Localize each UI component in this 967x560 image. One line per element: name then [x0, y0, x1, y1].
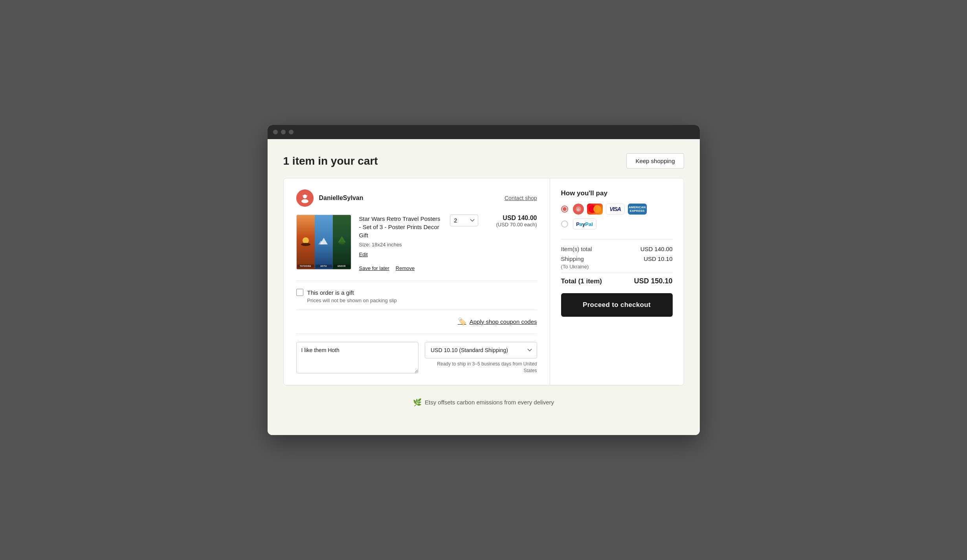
paypal-pal-letters: Pal — [585, 221, 593, 227]
coupon-link[interactable]: 🏷️ Apply shop coupon codes — [458, 317, 537, 326]
gift-label: This order is a gift — [307, 289, 354, 296]
paypal-p-letter: P — [576, 221, 580, 227]
poster-tatooine-label: TATOOINE — [297, 264, 314, 268]
gift-checkbox[interactable] — [296, 289, 303, 296]
shipping-dropdown[interactable]: USD 10.10 (Standard Shipping) — [425, 342, 537, 358]
shop-info: DanielleSylvan — [296, 189, 363, 207]
card-icons: D VISA AMERICANEXPRESS — [573, 204, 647, 215]
product-name: Star Wars Retro Travel Posters - Set of … — [359, 215, 442, 239]
svg-point-5 — [301, 243, 310, 246]
visa-icon: VISA — [606, 204, 625, 215]
close-dot — [273, 130, 278, 134]
poster-hoth-label: HOTH — [316, 264, 332, 268]
footer-text: Etsy offsets carbon emissions from every… — [425, 399, 554, 406]
avatar-icon — [299, 193, 310, 204]
app-window: 1 item in your cart Keep shopping — [268, 125, 700, 435]
discover-logo: D — [575, 206, 582, 212]
poster-hoth: HOTH — [315, 215, 333, 269]
order-summary: Item(s) total USD 140.00 Shipping USD 10… — [561, 239, 673, 285]
radio-cards[interactable] — [561, 206, 568, 213]
gift-section: This order is a gift Prices will not be … — [296, 281, 537, 310]
bottom-section: I like them Hoth USD 10.10 (Standard Shi… — [296, 334, 537, 374]
svg-point-2 — [302, 195, 304, 196]
product-image: TATOOINE HOTH — [296, 215, 351, 270]
cart-container: DanielleSylvan Contact shop — [283, 178, 684, 386]
cart-left-panel: DanielleSylvan Contact shop — [284, 178, 550, 385]
shipping-select-wrapper: USD 10.10 (Standard Shipping) Ready to s… — [425, 342, 537, 374]
endor-tree-icon — [336, 235, 348, 246]
paypal-icon: PayPal — [573, 218, 596, 230]
payment-row-cards: D VISA AMERICANEXPRESS — [561, 204, 673, 215]
gift-sublabel: Prices will not be shown on packing slip — [307, 297, 537, 303]
remove-link[interactable]: Remove — [396, 265, 415, 271]
shipping-note: Ready to ship in 3–5 business days from … — [425, 361, 537, 374]
product-size: Size: 18x24 inches — [359, 242, 442, 248]
how-pay-title: How you'll pay — [561, 189, 673, 197]
svg-point-1 — [301, 199, 308, 203]
hoth-mountain-icon — [318, 235, 330, 246]
tatooine-sun-icon — [300, 235, 312, 246]
total-value: USD 150.10 — [634, 277, 672, 285]
shipping-row: Shipping USD 10.10 — [561, 255, 673, 262]
minimize-dot — [281, 130, 286, 134]
payment-methods: D VISA AMERICANEXPRESS PayPal — [561, 204, 673, 230]
svg-text:D: D — [577, 208, 580, 211]
items-total-row: Item(s) total USD 140.00 — [561, 246, 673, 252]
page-title: 1 item in your cart — [283, 155, 378, 167]
titlebar — [268, 125, 700, 139]
mastercard-icon — [587, 204, 603, 215]
keep-shopping-button[interactable]: Keep shopping — [626, 153, 684, 169]
contact-shop-link[interactable]: Contact shop — [505, 195, 537, 201]
total-row: Total (1 item) USD 150.10 — [561, 273, 673, 285]
cart-right-panel: How you'll pay D — [550, 178, 684, 385]
items-total-value: USD 140.00 — [640, 246, 673, 252]
shop-name: DanielleSylvan — [319, 195, 363, 202]
svg-point-3 — [306, 195, 308, 196]
product-edit-link[interactable]: Edit — [359, 252, 368, 257]
gift-checkbox-row: This order is a gift — [296, 289, 537, 296]
quantity-select: 1 2 3 4 5 — [450, 215, 478, 226]
coupon-label: Apply shop coupon codes — [470, 318, 537, 325]
product-actions: Save for later Remove — [359, 265, 442, 271]
discover-icon: D — [573, 204, 584, 215]
quantity-dropdown[interactable]: 1 2 3 4 5 — [450, 215, 478, 226]
shipping-value: USD 10.10 — [644, 255, 672, 262]
coupon-icon: 🏷️ — [458, 317, 466, 326]
page-content: 1 item in your cart Keep shopping — [268, 139, 700, 435]
shop-avatar — [296, 189, 314, 207]
svg-point-0 — [303, 195, 307, 198]
paypal-a-letter: a — [580, 221, 582, 227]
svg-point-4 — [303, 237, 309, 244]
product-row: TATOOINE HOTH — [296, 215, 537, 281]
checkout-button[interactable]: Proceed to checkout — [561, 293, 673, 317]
expand-dot — [289, 130, 294, 134]
radio-inner-cards — [563, 207, 567, 211]
product-details: Star Wars Retro Travel Posters - Set of … — [359, 215, 442, 271]
paypal-y-letter: y — [582, 221, 585, 227]
product-price: USD 140.00 (USD 70.00 each) — [486, 215, 537, 228]
payment-row-paypal: PayPal — [561, 218, 673, 230]
save-for-later-link[interactable]: Save for later — [359, 265, 389, 271]
poster-tatooine: TATOOINE — [297, 215, 315, 269]
shipping-label: Shipping — [561, 255, 584, 262]
product-price-each: (USD 70.00 each) — [486, 222, 537, 228]
shop-header: DanielleSylvan Contact shop — [296, 189, 537, 207]
page-footer: 🌿 Etsy offsets carbon emissions from eve… — [283, 386, 684, 419]
page-header: 1 item in your cart Keep shopping — [283, 153, 684, 169]
total-label: Total (1 item) — [561, 277, 602, 285]
poster-group: TATOOINE HOTH — [297, 215, 351, 269]
items-total-label: Item(s) total — [561, 246, 592, 252]
shipping-destination: (To Ukraine) — [561, 264, 673, 270]
poster-endor: ENDOR — [333, 215, 351, 269]
coupon-section: 🏷️ Apply shop coupon codes — [296, 310, 537, 334]
note-textarea[interactable]: I like them Hoth — [296, 342, 419, 373]
product-price-total: USD 140.00 — [486, 215, 537, 222]
poster-endor-label: ENDOR — [334, 264, 350, 268]
leaf-icon: 🌿 — [413, 398, 422, 407]
radio-paypal[interactable] — [561, 220, 568, 228]
amex-icon: AMERICANEXPRESS — [628, 204, 647, 215]
